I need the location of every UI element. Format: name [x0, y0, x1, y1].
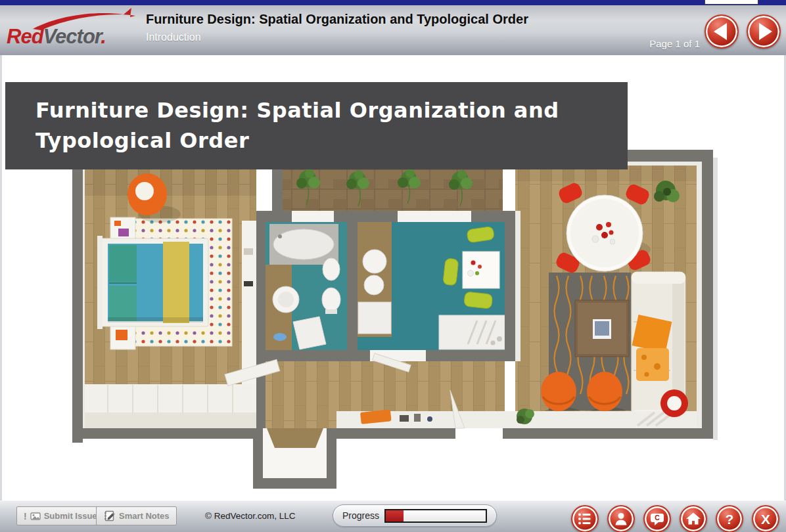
person-icon: [613, 511, 629, 527]
arrow-left-icon: [714, 23, 727, 40]
chat-button[interactable]: C: [643, 505, 671, 532]
header-titles: Furniture Design: Spatial Organization a…: [146, 12, 528, 43]
slide-title-line2: Typological Order: [35, 125, 628, 156]
page-indicator: Page 1 of 1: [649, 38, 700, 49]
exit-button[interactable]: X: [752, 505, 779, 532]
list-icon: [577, 511, 593, 527]
home-button[interactable]: [680, 505, 707, 532]
browser-artifact: [705, 0, 758, 5]
smart-notes-label: Smart Notes: [119, 511, 170, 521]
help-button[interactable]: ?: [716, 505, 743, 532]
player-controls: C ? X: [571, 505, 779, 532]
course-title: Furniture Design: Spatial Organization a…: [146, 12, 528, 27]
svg-text:C: C: [655, 514, 660, 521]
home-icon: [685, 511, 701, 527]
progress-label: Progress: [342, 510, 379, 521]
slide-title-banner: Furniture Design: Spatial Organization a…: [5, 82, 628, 169]
progress-widget: Progress: [333, 504, 497, 527]
copyright-text: © RedVector.com, LLC: [205, 511, 296, 521]
player-toolbar: ! Submit Issue Smart Notes © RedVector.c…: [0, 500, 786, 532]
chat-c-icon: C: [649, 511, 665, 527]
close-icon: X: [761, 512, 770, 526]
redvector-logo: RedVector.: [7, 7, 141, 54]
smart-notes-button[interactable]: Smart Notes: [96, 506, 177, 525]
notepad-pencil-icon: [103, 510, 116, 521]
progress-fill: [386, 510, 404, 521]
submit-issue-button[interactable]: ! Submit Issue: [16, 506, 104, 525]
slide-area: Furniture Design: Spatial Organization a…: [0, 55, 786, 500]
exclamation-icon: !: [24, 511, 27, 521]
progress-track: [384, 509, 487, 523]
logo-text: RedVector.: [7, 25, 106, 49]
floorplan-image: [71, 150, 718, 490]
course-header: RedVector. Furniture Design: Spatial Org…: [0, 5, 786, 56]
profile-button[interactable]: [607, 505, 635, 532]
question-icon: ?: [726, 512, 734, 526]
top-blue-bar: [0, 0, 786, 5]
menu-button[interactable]: [571, 505, 599, 532]
lesson-title: Introduction: [146, 32, 528, 43]
submit-issue-label: Submit Issue: [44, 511, 97, 521]
image-report-icon: [30, 512, 41, 520]
next-page-button[interactable]: [747, 14, 781, 49]
arrow-right-icon: [759, 23, 772, 40]
prev-page-button[interactable]: [705, 14, 739, 49]
slide-title-line1: Furniture Design: Spatial Organization a…: [35, 95, 628, 125]
